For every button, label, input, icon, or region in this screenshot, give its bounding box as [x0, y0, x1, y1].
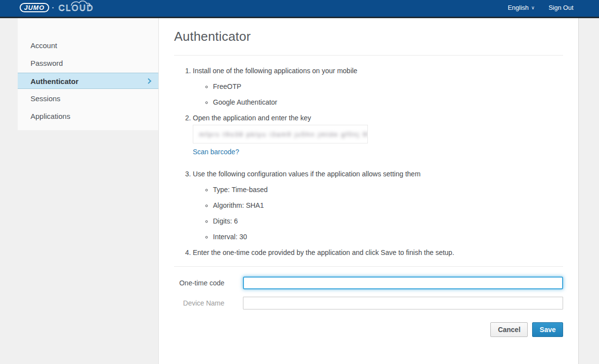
device-name-input[interactable]	[243, 297, 563, 309]
svg-text:CLOUD: CLOUD	[59, 3, 94, 13]
app-option: FreeOTP	[213, 82, 563, 91]
main-content-panel: Authenticator Install one of the followi…	[158, 18, 579, 364]
navbar-actions: English ∨ Sign Out	[508, 4, 573, 11]
step-text: Enter the one-time code provided by the …	[193, 249, 454, 256]
config-value-interval: Interval: 30	[213, 232, 563, 242]
cloud-logo-icon: CLOUD	[58, 0, 94, 16]
step-config-values: Use the following configuration values i…	[193, 169, 563, 242]
step-text: Use the following configuration values i…	[193, 170, 420, 178]
chevron-down-icon: ∨	[531, 5, 535, 10]
scan-barcode-link[interactable]: Scan barcode?	[193, 147, 239, 157]
device-name-row: Device Name	[174, 297, 563, 309]
sidebar-item-label: Authenticator	[30, 77, 79, 85]
config-values-list: Type: Time-based Algorithm: SHA1 Digits:…	[193, 185, 563, 242]
sidebar-item-label: Password	[30, 59, 63, 67]
language-label: English	[508, 4, 529, 11]
step-install-apps: Install one of the following application…	[193, 66, 563, 107]
setup-steps-list: Install one of the following application…	[174, 66, 563, 257]
page-title: Authenticator	[174, 29, 563, 44]
one-time-code-input[interactable]	[243, 277, 563, 289]
form-divider	[174, 266, 563, 267]
brand-separator: ·	[52, 3, 55, 12]
app-options-list: FreeOTP Google Authenticator	[193, 82, 563, 107]
config-value-type: Type: Time-based	[213, 185, 563, 195]
brand-jumo-badge: JUMO	[20, 3, 49, 12]
sidebar-nav: Account Password Authenticator Sessions …	[18, 18, 158, 130]
step-text: Install one of the following application…	[193, 67, 358, 75]
sidebar-item-sessions[interactable]: Sessions	[18, 90, 158, 107]
sidebar-item-label: Sessions	[30, 94, 60, 103]
title-divider	[174, 55, 563, 56]
sidebar-item-authenticator[interactable]: Authenticator	[18, 73, 158, 89]
brand-logo: JUMO · CLOUD	[20, 0, 94, 16]
cancel-button[interactable]: Cancel	[490, 322, 528, 337]
step-text: Open the application and enter the key	[193, 114, 311, 122]
config-value-algorithm: Algorithm: SHA1	[213, 201, 563, 210]
chevron-right-icon	[146, 78, 151, 84]
sidebar-item-password[interactable]: Password	[18, 55, 158, 71]
sidebar-item-account[interactable]: Account	[18, 37, 158, 54]
device-name-label: Device Name	[174, 297, 224, 309]
sidebar-item-label: Account	[30, 41, 57, 50]
app-option: Google Authenticator	[213, 98, 563, 107]
config-value-digits: Digits: 6	[213, 217, 563, 226]
sidebar-item-applications[interactable]: Applications	[18, 108, 158, 124]
sign-out-link[interactable]: Sign Out	[548, 4, 573, 11]
form-buttons: Cancel Save	[174, 322, 563, 337]
one-time-code-label: One-time code	[174, 277, 224, 289]
step-enter-code: Enter the one-time code provided by the …	[193, 248, 563, 257]
otp-form: One-time code Device Name Cancel Save	[174, 277, 563, 337]
language-dropdown[interactable]: English ∨	[508, 4, 535, 11]
top-navbar: JUMO · CLOUD English ∨ Sign Out	[0, 0, 599, 18]
save-button[interactable]: Save	[532, 322, 563, 337]
secret-key-box: mfprs t9o38 pktyu i3am9 ju5hn jmtde gf0n…	[193, 125, 368, 143]
step-enter-key: Open the application and enter the key m…	[193, 113, 563, 163]
sign-out-label: Sign Out	[548, 4, 573, 11]
sidebar-item-label: Applications	[30, 112, 70, 120]
secret-key-obscured-text: mfprs t9o38 pktyu i3am9 ju5hn jmtde gf0n…	[199, 130, 368, 139]
one-time-code-row: One-time code	[174, 277, 563, 289]
